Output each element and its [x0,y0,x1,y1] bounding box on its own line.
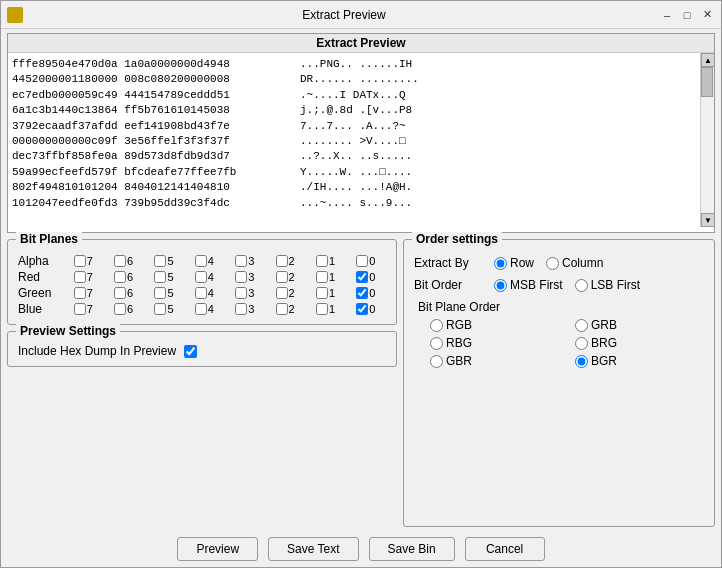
bit-number-label: 6 [127,287,133,299]
checkbox-blue-4[interactable] [195,303,207,315]
bit-plane-green-4[interactable]: 4 [184,286,224,300]
extract-by-column[interactable]: Column [546,256,603,270]
bit-plane-alpha-0[interactable]: 0 [346,254,386,268]
checkbox-red-5[interactable] [154,271,166,283]
checkbox-red-3[interactable] [235,271,247,283]
scroll-thumb[interactable] [701,67,713,97]
bit-plane-blue-2[interactable]: 2 [265,302,305,316]
checkbox-green-3[interactable] [235,287,247,299]
preview-button[interactable]: Preview [177,537,258,561]
checkbox-alpha-6[interactable] [114,255,126,267]
bit-plane-red-4[interactable]: 4 [184,270,224,284]
radio-bpo-rbg[interactable] [430,337,443,350]
bit-plane-red-6[interactable]: 6 [103,270,143,284]
bit-plane-order-rbg[interactable]: RBG [430,336,559,350]
bit-plane-order-gbr[interactable]: GBR [430,354,559,368]
bit-plane-alpha-3[interactable]: 3 [225,254,265,268]
include-hex-label: Include Hex Dump In Preview [18,344,176,358]
checkbox-alpha-2[interactable] [276,255,288,267]
checkbox-blue-1[interactable] [316,303,328,315]
bit-plane-green-3[interactable]: 3 [225,286,265,300]
checkbox-red-2[interactable] [276,271,288,283]
cancel-button[interactable]: Cancel [465,537,545,561]
checkbox-blue-5[interactable] [154,303,166,315]
bit-plane-alpha-4[interactable]: 4 [184,254,224,268]
scroll-down-button[interactable]: ▼ [701,213,715,227]
bit-plane-alpha-2[interactable]: 2 [265,254,305,268]
checkbox-alpha-1[interactable] [316,255,328,267]
bit-plane-green-2[interactable]: 2 [265,286,305,300]
checkbox-green-0[interactable] [356,287,368,299]
checkbox-alpha-3[interactable] [235,255,247,267]
checkbox-red-6[interactable] [114,271,126,283]
scroll-up-button[interactable]: ▲ [701,53,715,67]
save-text-button[interactable]: Save Text [268,537,358,561]
bit-order-msb[interactable]: MSB First [494,278,563,292]
bit-plane-green-6[interactable]: 6 [103,286,143,300]
bit-plane-order-grb[interactable]: GRB [575,318,704,332]
checkbox-green-2[interactable] [276,287,288,299]
maximize-button[interactable]: □ [679,7,695,23]
radio-extract-row[interactable] [494,257,507,270]
radio-bpo-rgb[interactable] [430,319,443,332]
checkbox-alpha-7[interactable] [74,255,86,267]
bit-plane-alpha-1[interactable]: 1 [305,254,345,268]
radio-bpo-brg[interactable] [575,337,588,350]
preview-text[interactable]: fffe89504e470d0a 1a0a0000000d4948...PNG.… [8,53,700,227]
bit-plane-red-2[interactable]: 2 [265,270,305,284]
bit-plane-order-bgr[interactable]: BGR [575,354,704,368]
bit-plane-alpha-6[interactable]: 6 [103,254,143,268]
checkbox-red-7[interactable] [74,271,86,283]
checkbox-alpha-4[interactable] [195,255,207,267]
checkbox-green-1[interactable] [316,287,328,299]
checkbox-blue-6[interactable] [114,303,126,315]
radio-bpo-bgr[interactable] [575,355,588,368]
bit-plane-green-5[interactable]: 5 [144,286,184,300]
extract-by-row[interactable]: Row [494,256,534,270]
bit-plane-green-7[interactable]: 7 [63,286,103,300]
checkbox-green-4[interactable] [195,287,207,299]
checkbox-red-0[interactable] [356,271,368,283]
checkbox-alpha-5[interactable] [154,255,166,267]
bit-plane-green-0[interactable]: 0 [346,286,386,300]
bit-plane-blue-4[interactable]: 4 [184,302,224,316]
vertical-scrollbar[interactable]: ▲ ▼ [700,53,714,227]
bit-plane-blue-5[interactable]: 5 [144,302,184,316]
checkbox-red-4[interactable] [195,271,207,283]
checkbox-blue-7[interactable] [74,303,86,315]
checkbox-blue-3[interactable] [235,303,247,315]
scroll-track[interactable] [701,67,714,213]
radio-bit-order-lsb[interactable] [575,279,588,292]
bit-plane-blue-0[interactable]: 0 [346,302,386,316]
bit-plane-blue-1[interactable]: 1 [305,302,345,316]
radio-bpo-grb[interactable] [575,319,588,332]
bit-plane-blue-6[interactable]: 6 [103,302,143,316]
bit-plane-red-1[interactable]: 1 [305,270,345,284]
radio-extract-column[interactable] [546,257,559,270]
checkbox-green-7[interactable] [74,287,86,299]
checkbox-alpha-0[interactable] [356,255,368,267]
bit-plane-blue-7[interactable]: 7 [63,302,103,316]
bit-plane-alpha-7[interactable]: 7 [63,254,103,268]
checkbox-green-5[interactable] [154,287,166,299]
bit-plane-red-5[interactable]: 5 [144,270,184,284]
include-hex-checkbox[interactable] [184,345,197,358]
bit-plane-alpha-5[interactable]: 5 [144,254,184,268]
radio-bit-order-msb[interactable] [494,279,507,292]
bit-order-lsb[interactable]: LSB First [575,278,640,292]
bit-plane-red-3[interactable]: 3 [225,270,265,284]
bit-plane-blue-3[interactable]: 3 [225,302,265,316]
radio-bpo-gbr[interactable] [430,355,443,368]
minimize-button[interactable]: – [659,7,675,23]
bit-plane-red-0[interactable]: 0 [346,270,386,284]
checkbox-blue-0[interactable] [356,303,368,315]
checkbox-green-6[interactable] [114,287,126,299]
bit-plane-order-brg[interactable]: BRG [575,336,704,350]
save-bin-button[interactable]: Save Bin [369,537,455,561]
checkbox-red-1[interactable] [316,271,328,283]
bit-plane-red-7[interactable]: 7 [63,270,103,284]
bit-plane-green-1[interactable]: 1 [305,286,345,300]
close-button[interactable]: ✕ [699,7,715,23]
bit-plane-order-rgb[interactable]: RGB [430,318,559,332]
checkbox-blue-2[interactable] [276,303,288,315]
